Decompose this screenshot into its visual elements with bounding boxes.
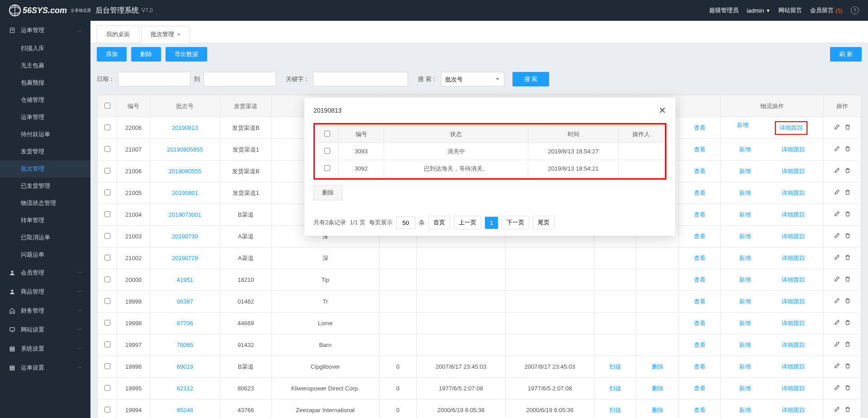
trash-icon[interactable]: [844, 233, 851, 240]
search-button[interactable]: 搜 索: [512, 72, 550, 86]
batch-link[interactable]: 62312: [177, 385, 193, 392]
trash-icon[interactable]: [844, 146, 851, 153]
pg-prev[interactable]: 上一页: [454, 216, 481, 229]
trash-icon[interactable]: [844, 189, 851, 197]
sidebar-item-logistics-status[interactable]: 物流状态管理: [0, 195, 90, 212]
view-link[interactable]: 查看: [694, 407, 706, 413]
trash-icon[interactable]: [844, 167, 851, 175]
row-checkbox[interactable]: [104, 363, 110, 369]
sidebar-group-site[interactable]: 网站设置﹀: [0, 320, 90, 339]
edit-icon[interactable]: [834, 167, 840, 175]
edit-icon[interactable]: [834, 254, 840, 262]
date-from-input[interactable]: [118, 72, 190, 86]
edit-icon[interactable]: [834, 363, 840, 370]
trash-icon[interactable]: [844, 298, 851, 305]
sidebar-group-waybill-settings[interactable]: 运单设置﹀: [0, 358, 90, 377]
pg-current[interactable]: 1: [485, 217, 498, 229]
trash-icon[interactable]: [844, 341, 851, 349]
edit-icon[interactable]: [834, 406, 840, 414]
batch-link[interactable]: 87706: [177, 320, 193, 327]
sidebar-item-scan[interactable]: 扫描入库: [0, 40, 90, 57]
batch-link[interactable]: 20190813: [172, 124, 198, 131]
row-delete-link[interactable]: 删除: [652, 385, 664, 392]
trash-icon[interactable]: [844, 406, 851, 414]
sidebar-item-ship[interactable]: 发货管理: [0, 143, 90, 160]
view-link[interactable]: 查看: [694, 124, 706, 131]
tab-desktop[interactable]: 我的桌面: [97, 25, 139, 43]
sidebar-group-member[interactable]: 会员管理﹀: [0, 263, 90, 282]
edit-icon[interactable]: [834, 298, 840, 305]
batch-link[interactable]: 85248: [177, 407, 193, 413]
modal-delete-button[interactable]: 删除: [313, 185, 342, 200]
export-button[interactable]: 导出数据: [166, 47, 207, 62]
refresh-button[interactable]: 刷 新: [830, 47, 862, 62]
batch-link[interactable]: 2019080555: [169, 168, 201, 175]
sidebar-group-finance[interactable]: 财务管理﹀: [0, 301, 90, 320]
add-link[interactable]: 新增: [739, 254, 751, 262]
sidebar-item-shipped[interactable]: 已发货管理: [0, 177, 90, 195]
view-link[interactable]: 查看: [694, 363, 706, 370]
edit-icon[interactable]: [834, 146, 840, 153]
add-link[interactable]: 新增: [739, 189, 751, 197]
sidebar-item-storage[interactable]: 仓储管理: [0, 91, 90, 109]
search-type-select[interactable]: 批次号: [441, 72, 504, 86]
batch-link[interactable]: 20190805855: [167, 146, 203, 153]
detail-link[interactable]: 详细跟踪: [782, 233, 805, 241]
trash-icon[interactable]: [844, 363, 851, 370]
trash-icon[interactable]: [844, 254, 851, 262]
sidebar-group-system[interactable]: 系统设置﹀: [0, 339, 90, 358]
view-link[interactable]: 查看: [694, 385, 706, 392]
view-link[interactable]: 查看: [694, 211, 706, 218]
detail-link[interactable]: 详细跟踪: [782, 189, 805, 197]
edit-icon[interactable]: [834, 233, 840, 240]
detail-link[interactable]: 详细跟踪: [782, 254, 805, 262]
sidebar-item-transfer[interactable]: 转单管理: [0, 212, 90, 229]
scan-link[interactable]: 扫描: [609, 363, 621, 370]
add-link[interactable]: 新增: [739, 406, 751, 414]
scan-link[interactable]: 扫描: [609, 407, 621, 413]
edit-icon[interactable]: [834, 211, 840, 218]
row-checkbox[interactable]: [104, 190, 110, 195]
row-checkbox[interactable]: [324, 165, 330, 171]
edit-icon[interactable]: [834, 276, 840, 284]
batch-link[interactable]: 41951: [177, 276, 193, 283]
batch-link[interactable]: 76065: [177, 342, 193, 348]
sidebar-item-unpaid[interactable]: 待付款运单: [0, 126, 90, 143]
close-icon[interactable]: ×: [177, 31, 180, 38]
detail-link[interactable]: 详细跟踪: [782, 385, 805, 393]
add-link[interactable]: 新增: [739, 146, 751, 154]
add-link[interactable]: 新增: [739, 211, 751, 219]
header-user[interactable]: iadmin ▼: [747, 7, 770, 14]
keyword-input[interactable]: [313, 72, 408, 86]
sidebar-item-forecast[interactable]: 包裹预报: [0, 74, 90, 91]
header-member-msg[interactable]: 会员留言 (5): [810, 6, 843, 14]
sidebar-item-problem[interactable]: 问题运单: [0, 246, 90, 263]
batch-link[interactable]: 20190801: [172, 190, 198, 196]
view-link[interactable]: 查看: [694, 233, 706, 240]
add-button[interactable]: 添加: [97, 47, 127, 62]
row-checkbox[interactable]: [104, 168, 110, 174]
add-link[interactable]: 新增: [739, 233, 751, 241]
detail-link[interactable]: 详细跟踪: [782, 363, 805, 371]
close-icon[interactable]: ✕: [659, 105, 666, 116]
add-link[interactable]: 新增: [739, 298, 751, 306]
row-checkbox[interactable]: [104, 255, 110, 261]
pg-last[interactable]: 尾页: [533, 216, 555, 229]
detail-link[interactable]: 详细跟踪: [782, 341, 805, 349]
add-link[interactable]: 新增: [739, 363, 751, 371]
row-delete-link[interactable]: 删除: [652, 407, 664, 413]
sidebar-item-batch[interactable]: 批次管理: [0, 160, 90, 177]
detail-link[interactable]: 详细跟踪: [782, 276, 805, 284]
row-checkbox[interactable]: [104, 124, 110, 130]
modal-select-all[interactable]: [324, 131, 330, 137]
batch-link[interactable]: 20190730: [172, 233, 198, 240]
add-link[interactable]: 新增: [739, 319, 751, 328]
edit-icon[interactable]: [834, 189, 840, 197]
detail-link[interactable]: 详细跟踪: [782, 211, 805, 219]
sidebar-item-cancelled[interactable]: 已取消运单: [0, 229, 90, 246]
trash-icon[interactable]: [844, 385, 851, 392]
row-checkbox[interactable]: [104, 298, 110, 304]
row-checkbox[interactable]: [104, 276, 110, 282]
add-link[interactable]: 新增: [739, 276, 751, 284]
help-icon[interactable]: ?: [851, 6, 859, 14]
